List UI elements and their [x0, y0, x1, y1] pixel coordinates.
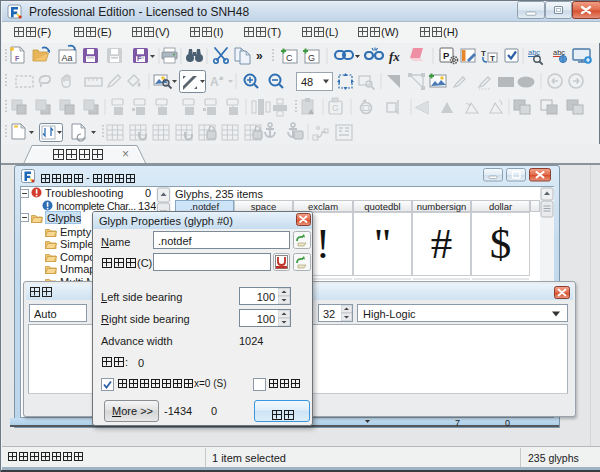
svg-text:fx: fx: [389, 49, 400, 64]
svg-text:0: 0: [505, 418, 510, 427]
svg-text:7: 7: [455, 418, 460, 427]
svg-text:G: G: [308, 53, 315, 63]
svg-text:!: !: [316, 220, 330, 267]
svg-text:quotedbl: quotedbl: [364, 201, 400, 212]
svg-text:dollar: dollar: [489, 201, 512, 212]
svg-text:": ": [374, 220, 392, 267]
svg-text:F: F: [15, 55, 20, 62]
svg-text:$: $: [490, 220, 512, 267]
svg-text:#: #: [431, 220, 453, 267]
svg-text:T: T: [481, 49, 486, 58]
svg-text:numbersign: numbersign: [417, 201, 467, 212]
svg-text:48: 48: [301, 76, 313, 88]
svg-text:T: T: [490, 54, 495, 63]
svg-text:.notdef: .notdef: [190, 201, 219, 212]
svg-text:A: A: [210, 75, 219, 89]
svg-text:Aa: Aa: [62, 53, 73, 63]
svg-text:space: space: [251, 201, 276, 212]
svg-text:G: G: [332, 103, 339, 113]
svg-text:P: P: [443, 50, 450, 61]
svg-text:C: C: [286, 53, 293, 63]
svg-text:F: F: [137, 55, 142, 62]
svg-text:»: »: [256, 49, 263, 63]
svg-text:exclam: exclam: [308, 201, 338, 212]
